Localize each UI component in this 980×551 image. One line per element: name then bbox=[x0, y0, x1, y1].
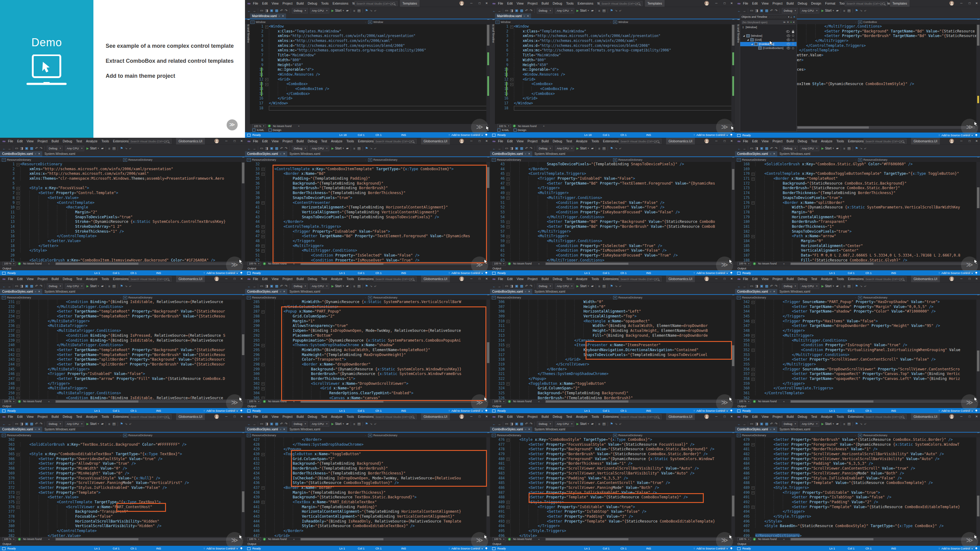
code-editor[interactable]: 476− <Style x:Key="ComboBoxStyle" Target… bbox=[490, 437, 735, 537]
new-file-icon[interactable]: ▭ bbox=[260, 284, 263, 288]
code-editor[interactable]: 168 <SolidColorBrush x:Key="ComboBox.Sta… bbox=[735, 162, 980, 261]
undo-icon[interactable]: ↶ bbox=[35, 146, 38, 150]
navigate-forward-icon[interactable]: → bbox=[743, 9, 746, 13]
menu-edit[interactable]: Edit bbox=[752, 277, 758, 281]
project-name-label[interactable]: Globomantics.UI bbox=[666, 275, 695, 282]
menu-analyze[interactable]: Analyze bbox=[821, 277, 832, 281]
tab-design[interactable]: Design bbox=[269, 129, 282, 132]
new-file-icon[interactable]: ▭ bbox=[505, 284, 508, 288]
menu-tools[interactable]: Tools bbox=[836, 277, 844, 281]
zoom-control[interactable]: 100 %▾ bbox=[737, 400, 751, 403]
project-name-label[interactable]: Globomantics.UI bbox=[176, 138, 205, 144]
search-box[interactable]: Search Visual Studio (Ctrl+Q) bbox=[374, 414, 417, 419]
menu-edit[interactable]: Edit bbox=[507, 415, 513, 418]
save-all-icon[interactable]: ▩ bbox=[30, 146, 33, 150]
scrollbar-thumb[interactable] bbox=[977, 25, 979, 46]
fold-marker-icon[interactable]: − bbox=[506, 457, 510, 461]
maximize-button[interactable]: □ bbox=[476, 0, 483, 7]
search-box[interactable]: Search Visual Studio (Ctrl+Q) bbox=[864, 139, 907, 144]
zoom-control[interactable]: 100 %▾ bbox=[252, 124, 266, 128]
hscrollbar-thumb[interactable] bbox=[546, 400, 628, 403]
platform-dropdown[interactable]: Any CPU▾ bbox=[555, 421, 574, 427]
platform-dropdown[interactable]: Any CPU▾ bbox=[310, 146, 329, 151]
fold-marker-icon[interactable]: − bbox=[261, 453, 265, 456]
next-bookmark-icon[interactable]: ⤷ bbox=[615, 422, 617, 426]
start-debugging-button[interactable]: ▶ Start▾ bbox=[821, 147, 834, 150]
open-file-icon[interactable]: ◨ bbox=[755, 146, 758, 150]
account-avatar[interactable] bbox=[460, 276, 464, 281]
tab-design[interactable]: Design bbox=[514, 129, 527, 132]
panel-menu-icon[interactable]: ▾ bbox=[788, 16, 789, 18]
undo-icon[interactable]: ↶ bbox=[525, 9, 528, 13]
save-icon[interactable]: ▣ bbox=[270, 146, 273, 150]
fold-marker-icon[interactable]: − bbox=[751, 178, 755, 181]
save-all-icon[interactable]: ▩ bbox=[765, 284, 768, 288]
bookmark-icon[interactable]: ⚑ bbox=[855, 146, 858, 150]
menu-project[interactable]: Project bbox=[283, 277, 293, 281]
redo-icon[interactable]: ↷ bbox=[285, 422, 288, 426]
fold-marker-icon[interactable]: − bbox=[16, 373, 20, 376]
fold-marker-icon[interactable]: − bbox=[261, 387, 265, 390]
menu-test[interactable]: Test bbox=[811, 277, 817, 281]
horizontal-scrollbar[interactable] bbox=[55, 400, 235, 403]
save-icon[interactable]: ▣ bbox=[760, 284, 763, 288]
menu-extensions[interactable]: Extensions bbox=[358, 415, 374, 418]
fold-marker-icon[interactable]: − bbox=[16, 301, 20, 304]
account-avatar[interactable] bbox=[950, 276, 954, 281]
eye-icon[interactable] bbox=[787, 38, 790, 41]
prev-bookmark-icon[interactable]: ⤶ bbox=[864, 422, 866, 426]
indent-icon[interactable]: ≡ bbox=[353, 147, 355, 150]
menu-design[interactable]: Design bbox=[811, 2, 821, 5]
menu-format[interactable]: Format bbox=[825, 2, 835, 5]
indent-icon[interactable]: ≡ bbox=[353, 284, 355, 288]
redo-icon[interactable]: ↷ bbox=[530, 146, 533, 150]
hot-reload-icon[interactable]: ▰ bbox=[591, 422, 593, 426]
tab-close-icon[interactable]: ✕ bbox=[283, 428, 285, 431]
hscrollbar-thumb[interactable] bbox=[546, 263, 628, 265]
project-name-label[interactable]: Templates bbox=[890, 0, 910, 7]
save-icon[interactable]: ▣ bbox=[515, 9, 518, 13]
breadcrumb-right[interactable]: ⊞ResourceDictionary bbox=[368, 158, 398, 162]
scroll-left-icon[interactable]: ◂ bbox=[48, 538, 49, 541]
project-name-label[interactable]: Globomantics.UI bbox=[421, 138, 450, 144]
menu-project[interactable]: Project bbox=[38, 415, 48, 418]
fold-marker-icon[interactable]: − bbox=[506, 192, 510, 195]
fold-marker-icon[interactable]: − bbox=[16, 315, 20, 318]
scrollbar-thumb[interactable] bbox=[977, 351, 979, 371]
project-name-label[interactable]: Globomantics.UI bbox=[176, 413, 205, 420]
menu-tools[interactable]: Tools bbox=[566, 2, 574, 5]
fold-marker-icon[interactable]: − bbox=[261, 202, 265, 205]
account-avatar[interactable] bbox=[705, 1, 709, 5]
document-tab[interactable]: ComboBoxStyles.xaml○✕ bbox=[0, 427, 42, 432]
fold-marker-icon[interactable]: − bbox=[506, 225, 510, 229]
menu-view[interactable]: View bbox=[27, 139, 34, 143]
fold-marker-icon[interactable]: − bbox=[16, 192, 20, 195]
tab-close-icon[interactable]: ✕ bbox=[528, 428, 530, 431]
menu-build[interactable]: Build bbox=[296, 2, 304, 5]
minimize-button[interactable]: ─ bbox=[958, 413, 965, 420]
close-button[interactable]: ✕ bbox=[483, 0, 490, 7]
menu-debug[interactable]: Debug bbox=[308, 139, 317, 143]
document-tab[interactable]: ComboBoxStyles.xaml○✕ bbox=[735, 151, 777, 156]
project-name-label[interactable]: Globomantics.UI bbox=[421, 275, 450, 282]
minimize-button[interactable]: ─ bbox=[713, 413, 720, 420]
document-tab[interactable]: System.Windows.xaml bbox=[777, 427, 813, 432]
platform-dropdown[interactable]: Any CPU▾ bbox=[65, 283, 84, 289]
bookmark-icon[interactable]: ⚑ bbox=[855, 284, 858, 288]
expander-icon[interactable]: ◢ bbox=[747, 38, 749, 41]
fold-marker-icon[interactable]: − bbox=[16, 354, 20, 357]
menu-tools[interactable]: Tools bbox=[346, 415, 354, 418]
menu-build[interactable]: Build bbox=[541, 415, 549, 418]
fold-marker-icon[interactable]: − bbox=[751, 486, 755, 489]
start-debugging-button[interactable]: ▶ Start▾ bbox=[576, 147, 589, 150]
hot-reload-icon[interactable]: ▰ bbox=[101, 284, 103, 288]
vertical-scrollbar[interactable] bbox=[486, 300, 490, 399]
configuration-dropdown[interactable]: Debug▾ bbox=[537, 8, 553, 13]
minimize-button[interactable]: ─ bbox=[223, 138, 230, 144]
menu-test[interactable]: Test bbox=[566, 139, 572, 143]
next-bookmark-icon[interactable]: ⤷ bbox=[370, 284, 372, 288]
project-name-label[interactable]: Templates bbox=[400, 0, 420, 7]
document-tab[interactable]: ComboBoxStyles.xaml○✕ bbox=[490, 151, 532, 156]
menu-tools[interactable]: Tools bbox=[836, 415, 844, 418]
start-debugging-button[interactable]: ▶ Start▾ bbox=[821, 9, 834, 12]
